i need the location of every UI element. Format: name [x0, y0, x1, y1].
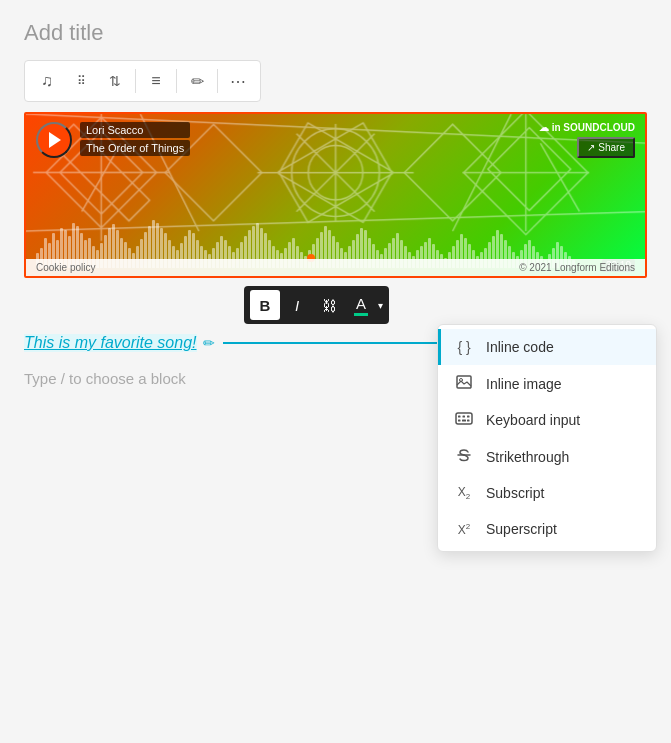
dropdown-item-strikethrough[interactable]: Strikethrough [438, 438, 656, 475]
soundcloud-logo-icon: ☁ [539, 122, 549, 133]
bold-icon: B [260, 297, 271, 314]
pencil-icon: ✏ [191, 72, 204, 91]
color-underline [354, 313, 368, 316]
sc-overlay: Lori Scacco The Order of Things ☁ in SOU… [26, 114, 645, 276]
sc-footer: Cookie policy © 2021 Longform Editions [26, 259, 645, 276]
toolbar-divider-2 [176, 69, 177, 93]
svg-rect-30 [467, 416, 470, 418]
link-icon: ⛓ [322, 297, 337, 314]
dropdown-item-subscript[interactable]: X2 Subscript [438, 475, 656, 511]
arrows-icon: ⇅ [109, 73, 121, 89]
svg-rect-33 [467, 420, 470, 422]
soundcloud-logo-text: in SOUNDCLOUD [552, 122, 635, 133]
toolbar-divider [135, 69, 136, 93]
sc-share-button[interactable]: ↗ Share [577, 137, 635, 158]
dropdown-label-inline-code: Inline code [486, 339, 554, 355]
svg-rect-27 [456, 413, 472, 424]
link-button[interactable]: ⛓ [314, 290, 344, 320]
dropdown-item-inline-image[interactable]: Inline image [438, 365, 656, 402]
svg-rect-29 [463, 416, 466, 418]
more-icon: ⋯ [230, 72, 246, 91]
align-button[interactable]: ≡ [140, 65, 172, 97]
format-toolbar: B I ⛓ A ▾ [244, 286, 389, 324]
dropdown-item-superscript[interactable]: X2 Superscript [438, 511, 656, 547]
audio-button[interactable]: ♫ [31, 65, 63, 97]
edit-button[interactable]: ✏ [181, 65, 213, 97]
drag-button[interactable]: ⠿ [65, 65, 97, 97]
inline-code-icon: { } [454, 339, 474, 355]
move-button[interactable]: ⇅ [99, 65, 131, 97]
inline-image-icon [454, 375, 474, 392]
page-title: Add title [24, 20, 647, 46]
bold-button[interactable]: B [250, 290, 280, 320]
sc-copyright: © 2021 Longform Editions [519, 262, 635, 273]
svg-rect-31 [458, 420, 461, 422]
dropdown-label-superscript: Superscript [486, 521, 557, 537]
superscript-icon: X2 [454, 522, 474, 537]
sc-play-button[interactable] [36, 122, 72, 158]
svg-rect-25 [457, 376, 471, 388]
dropdown-label-keyboard-input: Keyboard input [486, 412, 580, 428]
sc-brand: ☁ in SOUNDCLOUD ↗ Share [539, 122, 635, 158]
keyboard-input-icon [454, 412, 474, 428]
block-toolbar: ♫ ⠿ ⇅ ≡ ✏ ⋯ [24, 60, 261, 102]
italic-icon: I [295, 297, 299, 314]
dropdown-label-inline-image: Inline image [486, 376, 562, 392]
sc-top-bar: Lori Scacco The Order of Things ☁ in SOU… [26, 114, 645, 166]
svg-rect-32 [462, 420, 466, 422]
sc-cookie-policy[interactable]: Cookie policy [36, 262, 95, 273]
drag-icon: ⠿ [77, 74, 85, 88]
sc-play-area: Lori Scacco The Order of Things [36, 122, 190, 158]
sc-track-info: Lori Scacco The Order of Things [80, 122, 190, 156]
more-button[interactable]: ⋯ [222, 65, 254, 97]
color-text-icon: A [356, 295, 366, 312]
subscript-icon: X2 [454, 485, 474, 501]
dropdown-label-subscript: Subscript [486, 485, 544, 501]
pencil-edit-icon: ✏ [203, 335, 215, 351]
sc-logo: ☁ in SOUNDCLOUD [539, 122, 635, 133]
toolbar-divider-3 [217, 69, 218, 93]
sc-artist: Lori Scacco [80, 122, 190, 138]
strikethrough-icon [454, 448, 474, 465]
sc-title: The Order of Things [80, 140, 190, 156]
play-icon [49, 132, 61, 148]
dropdown-item-inline-code[interactable]: { } Inline code [438, 329, 656, 365]
selected-text: This is my favorite song! [24, 334, 197, 352]
share-icon: ↗ [587, 142, 595, 153]
svg-rect-28 [458, 416, 461, 418]
sc-share-label: Share [598, 142, 625, 153]
expand-button[interactable]: ▾ [378, 300, 383, 311]
soundcloud-embed: Lori Scacco The Order of Things ☁ in SOU… [24, 112, 647, 278]
italic-button[interactable]: I [282, 290, 312, 320]
dropdown-label-strikethrough: Strikethrough [486, 449, 569, 465]
color-button[interactable]: A [346, 290, 376, 320]
format-dropdown-menu: { } Inline code Inline image [437, 324, 657, 552]
dropdown-item-keyboard-input[interactable]: Keyboard input [438, 402, 656, 438]
audio-icon: ♫ [41, 72, 53, 90]
align-icon: ≡ [151, 72, 160, 90]
